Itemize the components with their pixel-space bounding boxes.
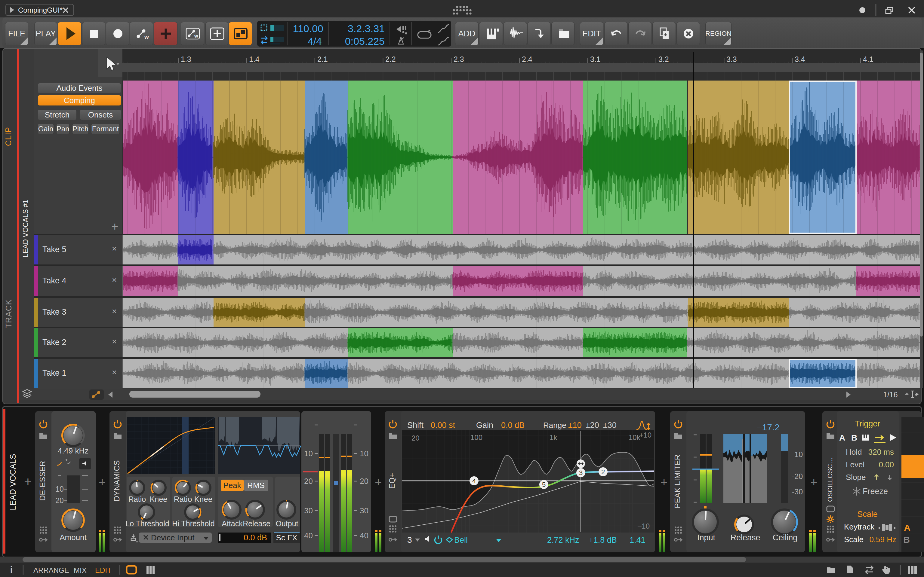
svg-text:Output: Output bbox=[276, 519, 298, 528]
svg-text:40: 40 bbox=[304, 531, 313, 540]
svg-text:w: w bbox=[144, 34, 149, 40]
svg-text:Trigger: Trigger bbox=[855, 419, 880, 428]
svg-text:+1.8 dB: +1.8 dB bbox=[589, 535, 617, 545]
svg-text:20: 20 bbox=[412, 434, 420, 442]
svg-text:±20: ±20 bbox=[586, 421, 599, 430]
svg-text:MIX: MIX bbox=[74, 566, 87, 574]
svg-text:Freeze: Freeze bbox=[863, 487, 888, 496]
svg-text:Lo Threshold: Lo Threshold bbox=[125, 519, 169, 528]
svg-text:0.00 st: 0.00 st bbox=[431, 421, 456, 430]
svg-text:±10: ±10 bbox=[568, 421, 582, 430]
svg-text:40: 40 bbox=[360, 531, 368, 540]
svg-text:20: 20 bbox=[304, 477, 313, 486]
svg-text:1.41: 1.41 bbox=[630, 535, 646, 545]
svg-text:Knee: Knee bbox=[150, 495, 167, 503]
svg-text:Range: Range bbox=[543, 421, 566, 430]
svg-text:w: w bbox=[194, 33, 198, 39]
svg-text:10: 10 bbox=[55, 485, 64, 493]
svg-text:±30: ±30 bbox=[603, 421, 617, 430]
svg-text:Sc FX: Sc FX bbox=[276, 533, 297, 542]
svg-text:4.49 kHz: 4.49 kHz bbox=[58, 446, 89, 455]
svg-text:+: + bbox=[24, 474, 32, 489]
svg-text:3: 3 bbox=[407, 535, 412, 545]
svg-text:RMS: RMS bbox=[247, 481, 265, 490]
svg-text:Ceiling: Ceiling bbox=[773, 533, 798, 542]
svg-text:5: 5 bbox=[542, 481, 546, 488]
svg-text:+: + bbox=[661, 475, 667, 488]
svg-text:1/16: 1/16 bbox=[883, 390, 898, 399]
svg-text:DYNAMICS: DYNAMICS bbox=[112, 460, 121, 501]
svg-text:0.00: 0.00 bbox=[879, 460, 894, 469]
svg-text:10: 10 bbox=[304, 449, 313, 458]
svg-text:EDIT: EDIT bbox=[95, 566, 111, 574]
svg-text:+: + bbox=[375, 475, 382, 488]
svg-text:30: 30 bbox=[304, 506, 313, 515]
svg-text:Input: Input bbox=[697, 533, 716, 542]
svg-text:0.59 Hz: 0.59 Hz bbox=[869, 535, 897, 544]
svg-text:Device Input: Device Input bbox=[151, 533, 195, 542]
svg-text:Knee: Knee bbox=[194, 495, 213, 504]
svg-text:Release: Release bbox=[730, 533, 760, 542]
svg-text:Bell: Bell bbox=[454, 535, 468, 545]
svg-text:100: 100 bbox=[470, 434, 483, 442]
svg-text:-10: -10 bbox=[792, 450, 803, 459]
svg-text:DE-ESSER: DE-ESSER bbox=[38, 461, 47, 501]
svg-text:-30: -30 bbox=[792, 487, 803, 496]
svg-text:+10: +10 bbox=[639, 431, 651, 439]
svg-text:Attack: Attack bbox=[222, 519, 243, 528]
svg-text:20: 20 bbox=[360, 477, 368, 486]
svg-text:-20: -20 bbox=[792, 472, 803, 480]
svg-text:ARRANGE: ARRANGE bbox=[33, 566, 69, 574]
svg-text:Release: Release bbox=[243, 519, 270, 528]
svg-text:–17.2: –17.2 bbox=[757, 422, 780, 432]
svg-text:2: 2 bbox=[601, 468, 605, 476]
svg-text:0.0 dB: 0.0 dB bbox=[244, 533, 267, 542]
svg-text:10k: 10k bbox=[628, 434, 641, 442]
svg-text:EQ+: EQ+ bbox=[388, 473, 396, 489]
svg-text:320 ms: 320 ms bbox=[868, 448, 894, 456]
svg-text:A: A bbox=[904, 522, 911, 532]
svg-text:OSCILLOSC…: OSCILLOSC… bbox=[826, 458, 834, 502]
svg-text:2.72 kHz: 2.72 kHz bbox=[547, 535, 579, 545]
svg-text:Hold: Hold bbox=[846, 448, 862, 456]
svg-text:Peak: Peak bbox=[223, 481, 241, 490]
svg-text:Shift: Shift bbox=[407, 421, 424, 430]
svg-text:Amount: Amount bbox=[60, 533, 87, 542]
svg-text:10: 10 bbox=[360, 449, 368, 458]
svg-text:30: 30 bbox=[360, 506, 368, 515]
svg-text:B: B bbox=[903, 535, 910, 545]
svg-text:Level: Level bbox=[846, 460, 864, 469]
svg-text:Scale: Scale bbox=[857, 510, 878, 519]
svg-text:+: + bbox=[810, 475, 817, 488]
svg-text:Ratio: Ratio bbox=[174, 495, 192, 504]
svg-text:1k: 1k bbox=[549, 434, 557, 442]
svg-text:A: A bbox=[839, 433, 845, 442]
svg-text:Slope: Slope bbox=[846, 473, 866, 482]
svg-text:LEAD VOCALS: LEAD VOCALS bbox=[8, 454, 18, 510]
svg-text:Keytrack: Keytrack bbox=[844, 522, 875, 531]
svg-text:B: B bbox=[851, 433, 857, 442]
svg-text:i: i bbox=[10, 565, 13, 575]
svg-text:0:05.225: 0:05.225 bbox=[345, 35, 385, 47]
svg-text:Ratio: Ratio bbox=[128, 495, 146, 503]
svg-text:+: + bbox=[99, 475, 106, 488]
svg-text:3.2.3.31: 3.2.3.31 bbox=[348, 23, 385, 34]
svg-text:20: 20 bbox=[55, 496, 64, 504]
svg-text:PEAK LIMITER: PEAK LIMITER bbox=[673, 455, 682, 508]
svg-text:Hi Threshold: Hi Threshold bbox=[172, 519, 215, 528]
svg-text:4: 4 bbox=[472, 477, 476, 485]
svg-text:3: 3 bbox=[579, 469, 583, 477]
svg-text:Scale: Scale bbox=[844, 535, 864, 544]
svg-text:0.0 dB: 0.0 dB bbox=[501, 421, 525, 430]
svg-text:110.00: 110.00 bbox=[293, 23, 323, 34]
svg-text:4/4: 4/4 bbox=[308, 35, 322, 47]
svg-text:Gain: Gain bbox=[476, 421, 493, 430]
